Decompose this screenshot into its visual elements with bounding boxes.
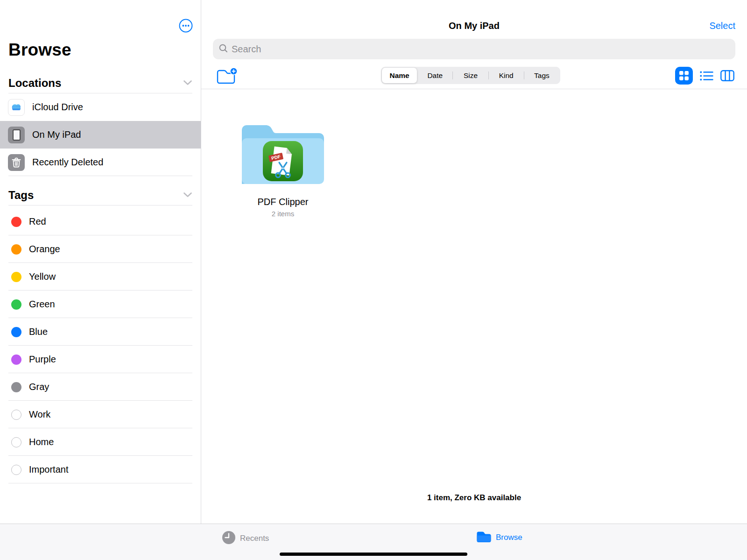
columns-view-button[interactable] bbox=[719, 67, 736, 85]
sidebar-tag-work[interactable]: Work bbox=[0, 401, 201, 428]
locations-section-header[interactable]: Locations bbox=[8, 73, 192, 93]
sort-tab-date[interactable]: Date bbox=[417, 68, 452, 83]
tag-label: Blue bbox=[29, 326, 48, 337]
folder-item-pdf-clipper[interactable]: PDF PDF Clipper 2 items bbox=[237, 120, 329, 218]
sort-tab-size[interactable]: Size bbox=[453, 68, 488, 83]
sidebar-item-label: iCloud Drive bbox=[32, 102, 83, 113]
sidebar-item-label: On My iPad bbox=[32, 129, 81, 140]
sidebar-item-recently-deleted[interactable]: Recently Deleted bbox=[0, 149, 201, 176]
folder-name: PDF Clipper bbox=[237, 197, 329, 207]
icloud-drive-icon bbox=[8, 99, 25, 116]
grid-icon bbox=[679, 71, 689, 81]
sidebar-item-on-my-ipad[interactable]: On My iPad bbox=[0, 121, 201, 149]
search-bar[interactable] bbox=[213, 39, 735, 59]
home-indicator[interactable] bbox=[280, 553, 467, 556]
tag-label: Home bbox=[29, 437, 54, 447]
sidebar-item-label: Recently Deleted bbox=[32, 157, 103, 168]
storage-status-text: 1 item, Zero KB available bbox=[201, 493, 747, 503]
sidebar-tag-red[interactable]: Red bbox=[0, 208, 201, 235]
tag-color-dot bbox=[11, 410, 21, 420]
chevron-down-icon bbox=[183, 191, 192, 199]
tag-label: Red bbox=[29, 216, 46, 227]
sidebar-tag-green[interactable]: Green bbox=[0, 291, 201, 318]
sort-tab-tags[interactable]: Tags bbox=[524, 68, 559, 83]
files-app-screen: 7:48 PM Thu Jun 25 100% bbox=[0, 0, 747, 560]
sidebar-tag-gray[interactable]: Gray bbox=[0, 373, 201, 401]
tab-label: Recents bbox=[240, 534, 269, 543]
tag-label: Gray bbox=[29, 382, 49, 392]
browse-folder-icon bbox=[476, 531, 492, 544]
tag-color-dot bbox=[11, 272, 21, 282]
folder-icon: PDF bbox=[237, 120, 329, 190]
sidebar-item-icloud-drive[interactable]: iCloud Drive bbox=[0, 93, 201, 121]
search-input[interactable] bbox=[232, 44, 729, 55]
tag-label: Important bbox=[29, 464, 68, 475]
tag-color-dot bbox=[11, 244, 21, 255]
tag-label: Orange bbox=[29, 244, 60, 255]
folder-item-count: 2 items bbox=[237, 210, 329, 218]
tags-section-label: Tags bbox=[8, 189, 34, 202]
ellipsis-circle-icon bbox=[180, 20, 192, 32]
sidebar-tag-important[interactable]: Important bbox=[0, 456, 201, 483]
sidebar-tag-purple[interactable]: Purple bbox=[0, 346, 201, 373]
list-view-button[interactable] bbox=[698, 67, 715, 85]
more-options-button[interactable] bbox=[179, 19, 193, 33]
pdf-app-icon: PDF bbox=[263, 141, 303, 181]
tag-color-dot bbox=[11, 354, 21, 365]
tag-label: Yellow bbox=[29, 271, 56, 282]
tag-label: Work bbox=[29, 409, 50, 420]
select-button[interactable]: Select bbox=[709, 21, 735, 31]
sort-tab-name[interactable]: Name bbox=[382, 68, 417, 83]
tag-color-dot bbox=[11, 437, 21, 447]
ipad-icon bbox=[8, 127, 25, 143]
tab-recents[interactable]: Recents bbox=[222, 531, 269, 546]
tag-label: Purple bbox=[29, 354, 56, 365]
tag-color-dot bbox=[11, 465, 21, 475]
sidebar-tag-yellow[interactable]: Yellow bbox=[0, 263, 201, 291]
tag-color-dot bbox=[11, 299, 21, 310]
tab-label: Browse bbox=[496, 533, 522, 542]
tag-color-dot bbox=[11, 327, 21, 337]
columns-icon bbox=[720, 70, 734, 81]
sort-segmented-control: Name Date Size Kind Tags bbox=[381, 67, 560, 84]
recents-clock-icon bbox=[222, 531, 236, 546]
sidebar: Browse Locations bbox=[0, 0, 201, 524]
trash-icon bbox=[8, 154, 25, 171]
sidebar-tag-home[interactable]: Home bbox=[0, 428, 201, 456]
sidebar-tag-orange[interactable]: Orange bbox=[0, 235, 201, 263]
search-icon bbox=[219, 44, 228, 55]
sort-tab-kind[interactable]: Kind bbox=[489, 68, 524, 83]
tag-color-dot bbox=[11, 217, 21, 227]
tag-color-dot bbox=[11, 382, 21, 392]
grid-view-button[interactable] bbox=[675, 67, 693, 85]
locations-section-label: Locations bbox=[8, 77, 61, 90]
sidebar-title: Browse bbox=[8, 40, 71, 60]
tab-browse[interactable]: Browse bbox=[476, 531, 522, 544]
chevron-down-icon bbox=[183, 79, 192, 87]
new-folder-button[interactable] bbox=[215, 67, 239, 85]
list-icon bbox=[700, 71, 713, 81]
toolbar-divider bbox=[201, 89, 747, 89]
sidebar-tag-blue[interactable]: Blue bbox=[0, 318, 201, 346]
tag-label: Green bbox=[29, 299, 55, 310]
page-title: On My iPad bbox=[201, 21, 747, 31]
tags-section-header[interactable]: Tags bbox=[8, 185, 192, 206]
main-pane: On My iPad Select Name Date bbox=[201, 0, 747, 524]
